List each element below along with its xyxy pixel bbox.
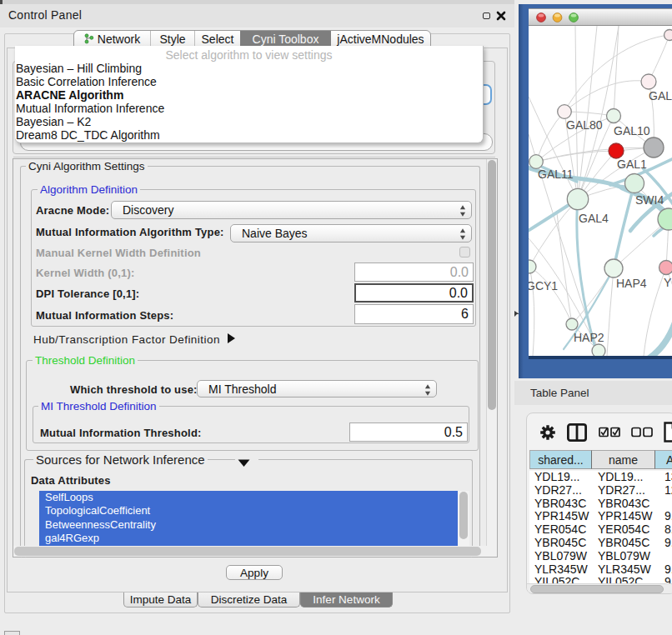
svg-text:GAL10: GAL10 (614, 124, 650, 138)
svg-text:GAL1: GAL1 (617, 158, 647, 171)
svg-text:GAL7: GAL7 (649, 89, 672, 102)
svg-text:GCY1: GCY1 (529, 279, 558, 292)
svg-text:GAL4: GAL4 (579, 212, 609, 225)
svg-text:HAP2: HAP2 (574, 331, 604, 344)
svg-text:GAL11: GAL11 (538, 168, 574, 181)
svg-text:GAL80: GAL80 (566, 118, 603, 132)
svg-text:SWI4: SWI4 (635, 193, 664, 207)
svg-text:Y: Y (664, 276, 672, 289)
svg-text:HAP4: HAP4 (616, 277, 647, 290)
